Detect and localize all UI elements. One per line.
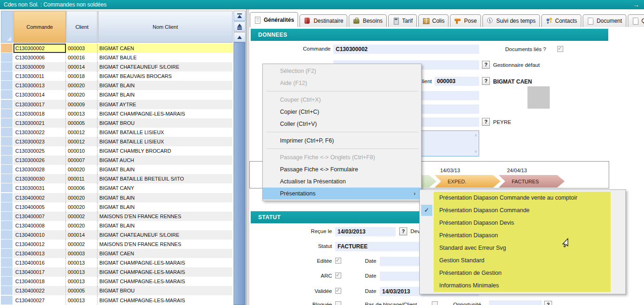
cell-nom-client[interactable]: BIGMAT CHATEAUNEUF S/LOIRE <box>98 62 233 71</box>
cell-client[interactable]: 000007 <box>66 156 98 165</box>
row-header-cell[interactable] <box>1 71 13 80</box>
cell-commande[interactable]: C130400007 <box>13 212 66 221</box>
validee-checkbox[interactable] <box>335 288 341 294</box>
submenu-item[interactable]: Présentation de Gestion <box>434 267 611 279</box>
tab[interactable]: Colis <box>418 14 449 27</box>
table-row[interactable]: C130300028 000020 BIGMAT BLAIN <box>0 165 246 174</box>
cell-nom-client[interactable]: BIGMAT CHATEAUNEUF S/LOIRE <box>98 230 233 240</box>
context-menu-item[interactable] <box>263 130 421 135</box>
table-row[interactable]: C130300030 000011 BIGMAT BATAILLE BRETEU… <box>0 174 246 183</box>
cell-nom-client[interactable]: BIGMAT CHAMPAGNE-LES-MARAIS <box>98 296 233 305</box>
cell-client[interactable]: 000020 <box>66 202 98 212</box>
cell-client[interactable]: 000020 <box>66 90 98 99</box>
row-header-cell[interactable] <box>1 183 13 192</box>
recue-le-help-button[interactable]: ? <box>399 227 407 235</box>
table-row[interactable]: C130400017 000013 BIGMAT CHAMPAGNE-LES-M… <box>0 267 246 277</box>
cell-commande[interactable]: C130300002 <box>13 44 66 53</box>
table-row[interactable]: C130300002 000003 BIGMAT CAEN <box>0 44 246 53</box>
row-header-cell[interactable] <box>1 193 13 202</box>
client-help-button[interactable]: ? <box>482 77 490 85</box>
table-row[interactable]: C130400016 000013 BIGMAT CHAMPAGNE-LES-M… <box>0 258 246 267</box>
cell-client[interactable]: 000020 <box>66 193 98 202</box>
cell-nom-client[interactable]: BIGMAT BEAUVAIS BROCARS <box>98 71 233 81</box>
cell-nom-client[interactable]: BIGMAT BLAIN <box>98 165 233 174</box>
table-row[interactable]: C130400013 000003 BIGMAT CAEN <box>0 249 246 258</box>
cell-commande[interactable]: C130400005 <box>13 202 66 212</box>
forward-arrow-icon[interactable]: → <box>633 0 639 9</box>
cell-nom-client[interactable]: MAISONS D'EN FRANCE RENNES <box>98 212 233 221</box>
cell-commande[interactable]: C130300011 <box>13 71 66 81</box>
cell-client[interactable]: 000018 <box>66 71 98 81</box>
cell-client[interactable]: 000013 <box>66 296 98 305</box>
cell-client[interactable]: 000020 <box>66 165 98 174</box>
row-header-cell[interactable] <box>1 81 13 90</box>
pas-de-blocage-checkbox[interactable] <box>432 301 438 305</box>
context-menu-item[interactable]: Imprimer (Ctrl+P, F6) <box>263 135 421 147</box>
cell-client[interactable]: 000005 <box>66 118 98 128</box>
column-header-commande[interactable]: Commande <box>13 11 66 43</box>
column-header-nom-client[interactable]: Nom Client <box>98 11 233 43</box>
table-row[interactable]: C130400012 000002 MAISONS D'EN FRANCE RE… <box>0 240 246 249</box>
row-header-cell[interactable] <box>1 53 13 62</box>
documents-lies-checkbox[interactable] <box>557 46 563 52</box>
cell-commande[interactable]: C130300023 <box>13 137 66 146</box>
cell-nom-client[interactable]: BIGMAT AUCH <box>98 156 233 165</box>
cell-commande[interactable]: C130300006 <box>13 53 66 62</box>
cell-commande[interactable]: C130300014 <box>13 90 66 99</box>
cell-client[interactable]: 000012 <box>66 128 98 137</box>
submenu-item[interactable]: Présentation Diapason Commande vente au … <box>434 192 611 204</box>
cell-nom-client[interactable]: BIGMAT CHAMPAGNE-LES-MARAIS <box>98 277 233 286</box>
column-header-client[interactable]: Client <box>66 11 98 43</box>
row-header-cell[interactable] <box>1 249 13 258</box>
cell-commande[interactable]: C130400016 <box>13 258 66 267</box>
commande-field[interactable]: C130300002 <box>333 45 479 54</box>
context-menu-item[interactable]: Passage Fiche <-> Onglets (Ctrl+F8) <box>263 151 421 163</box>
table-row[interactable]: C130300011 000018 BIGMAT BEAUVAIS BROCAR… <box>0 71 246 81</box>
row-header-cell[interactable] <box>1 221 13 230</box>
row-header-cell[interactable] <box>1 146 13 155</box>
submenu-item[interactable]: Présentation Diapason Commande <box>434 204 611 217</box>
cell-commande[interactable]: C130300030 <box>13 174 66 183</box>
opportunite-field[interactable] <box>489 300 542 305</box>
cell-commande[interactable]: C130300025 <box>13 146 66 156</box>
cell-client[interactable]: 000003 <box>66 249 98 258</box>
cell-client[interactable]: 000014 <box>66 230 98 240</box>
cell-client[interactable]: 000005 <box>66 286 98 295</box>
table-row[interactable]: C130300014 000020 BIGMAT BLAIN <box>0 90 246 99</box>
table-row[interactable]: C130400007 000002 MAISONS D'EN FRANCE RE… <box>0 212 246 221</box>
cell-nom-client[interactable]: BIGMAT BLAIN <box>98 202 233 212</box>
row-header-cell[interactable] <box>1 90 13 99</box>
cell-client[interactable]: 000006 <box>66 183 98 193</box>
table-row[interactable]: C130400005 000020 BIGMAT BLAIN <box>0 202 246 212</box>
row-header-cell[interactable] <box>1 137 13 146</box>
cell-nom-client[interactable]: BIGMAT CAEN <box>98 249 233 258</box>
table-row[interactable]: C130400022 000005 BIGMAT BROU <box>0 286 246 295</box>
context-menu-item[interactable]: Présentations › <box>263 188 421 200</box>
submenu-item[interactable]: Standard avec Erreur Svg <box>434 242 611 254</box>
row-header-cell[interactable] <box>1 174 13 183</box>
cell-client[interactable]: 000013 <box>66 267 98 277</box>
table-row[interactable]: C130400010 000014 BIGMAT CHATEAUNEUF S/L… <box>0 230 246 240</box>
row-header-cell[interactable] <box>1 165 13 174</box>
table-row[interactable]: C130300025 000010 BIGMAT CHAMBLY BROCARD <box>0 146 246 156</box>
submenu-item[interactable]: Informations Minimales <box>434 279 611 292</box>
cell-nom-client[interactable]: BIGMAT AYTRE <box>98 100 233 109</box>
row-header-cell[interactable] <box>1 258 13 267</box>
tab[interactable]: Destinataire <box>299 14 347 27</box>
cell-client[interactable]: 000013 <box>66 109 98 118</box>
cell-commande[interactable]: C130400002 <box>13 193 66 202</box>
cell-client[interactable]: 000003 <box>66 44 98 53</box>
row-header-cell[interactable] <box>1 128 13 136</box>
cell-commande[interactable]: C130300009 <box>13 62 66 71</box>
cell-nom-client[interactable]: BIGMAT BROU <box>98 286 233 295</box>
table-row[interactable]: C130400002 000020 BIGMAT BLAIN <box>0 193 246 202</box>
context-menu-item[interactable] <box>263 147 421 151</box>
row-header-cell[interactable] <box>1 240 13 248</box>
opportunite-help-button[interactable]: ? <box>544 301 552 305</box>
table-row[interactable]: C130300022 000012 BIGMAT BATAILLE LISIEU… <box>0 128 246 137</box>
scroll-up-button[interactable] <box>234 32 246 42</box>
table-row[interactable]: C130300021 000005 BIGMAT BROU <box>0 118 246 128</box>
spinner-down-icon[interactable]: ∨ <box>474 149 477 154</box>
cell-nom-client[interactable]: BIGMAT CANY <box>98 183 233 193</box>
cell-nom-client[interactable]: BIGMAT BLAIN <box>98 90 233 99</box>
